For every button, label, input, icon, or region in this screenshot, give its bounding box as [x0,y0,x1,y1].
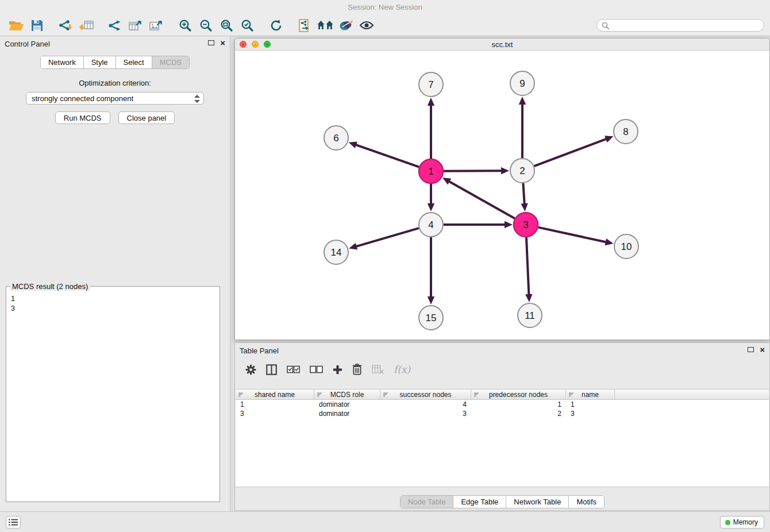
edge-3-1[interactable] [442,178,515,218]
control-panel-tabs: NetworkStyleSelectMCDS [40,56,190,69]
edge-2-8[interactable] [534,136,614,166]
column-header-successor-nodes[interactable]: successor nodes [380,390,471,400]
node-9[interactable]: 9 [510,71,534,95]
table-settings-button[interactable] [245,364,256,375]
show-columns-button[interactable] [266,364,277,375]
node-14[interactable]: 14 [324,240,348,264]
search-field[interactable] [596,19,764,32]
main-toolbar [0,15,770,36]
edge-4-14[interactable] [349,228,419,249]
edge-4-15[interactable] [428,237,434,304]
open-folder-button[interactable] [6,17,26,34]
column-header-mcds-role[interactable]: MCDS role [314,390,380,400]
minimize-window-icon[interactable]: − [252,41,259,48]
edge-4-3[interactable] [444,221,513,228]
apply-layout-icon [299,19,311,32]
node-6[interactable]: 6 [324,126,348,150]
function-builder-button[interactable]: f(x) [394,364,410,375]
node-10[interactable]: 10 [614,234,638,259]
column-header-shared-name[interactable]: shared name [236,390,314,400]
node-3[interactable]: 3 [514,213,538,237]
share-network-button[interactable] [105,17,125,34]
table-row[interactable]: 1dominator411 [236,400,769,409]
float-panel-icon[interactable] [208,40,214,45]
tab-mcds[interactable]: MCDS [152,56,189,68]
column-header-name[interactable]: name [566,390,615,400]
criterion-dropdown-value: strongly connected component [32,94,133,103]
tab-network[interactable]: Network [41,56,83,68]
edge-1-4[interactable] [428,184,434,211]
node-11[interactable]: 11 [518,303,542,327]
export-image-button[interactable] [146,17,167,34]
close-panel-icon[interactable]: × [220,40,225,46]
edge-3-11[interactable] [525,237,532,302]
edge-1-7[interactable] [428,98,434,159]
close-window-icon[interactable]: × [240,41,247,48]
share-network-icon [108,20,122,32]
column-header-label: successor nodes [399,391,451,399]
zoom-in-button[interactable] [175,17,195,34]
apply-layout-button[interactable] [294,17,315,34]
select-all-button[interactable] [287,365,300,373]
style-paint-button[interactable] [336,17,356,34]
delete-table-button[interactable] [372,365,384,374]
maximize-window-icon[interactable]: + [264,41,271,48]
node-4[interactable]: 4 [419,213,443,237]
control-panel-title: Control Panel [5,40,50,48]
network-window-title: scc.txt [492,40,513,49]
deselect-all-icon [310,365,323,373]
delete-column-button[interactable] [352,364,362,375]
tab-style[interactable]: Style [83,56,116,68]
zoom-selected-button[interactable] [237,17,257,34]
network-canvas[interactable]: 7968124314101511 [235,51,769,340]
edge-2-3[interactable] [521,183,528,211]
import-table-icon [79,20,94,32]
application-window: Session: New Session [0,0,770,532]
network-window-titlebar[interactable]: × − + scc.txt [235,38,769,51]
close-panel-button[interactable]: Close panel [118,111,175,124]
refresh-button[interactable] [265,17,286,34]
first-neighbors-button[interactable] [315,17,336,34]
save-session-button[interactable] [26,17,47,34]
node-15[interactable]: 15 [419,306,443,330]
node-label: 14 [331,247,342,258]
add-column-button[interactable] [333,365,342,375]
close-table-panel-icon[interactable]: × [760,346,765,353]
tab-node-table[interactable]: Node Table [401,496,453,508]
window-title: Session: New Session [348,3,422,11]
node-8[interactable]: 8 [614,119,638,144]
node-2[interactable]: 2 [510,159,534,183]
edge-3-10[interactable] [538,228,613,246]
table-panel-header: Table Panel × [235,343,769,358]
zoom-out-button[interactable] [195,17,216,34]
memory-button[interactable]: Memory [720,516,764,529]
status-menu-button[interactable] [6,516,21,529]
zoom-fit-button[interactable] [216,17,237,34]
show-details-button[interactable] [356,17,377,34]
edge-1-6[interactable] [349,141,419,167]
export-table-button[interactable] [125,17,146,34]
edge-1-2[interactable] [444,167,509,174]
float-table-panel-icon[interactable] [748,347,754,352]
column-header-predecessor-nodes[interactable]: predecessor nodes [471,390,566,400]
node-label: 7 [428,79,433,90]
tab-select[interactable]: Select [116,56,152,68]
mcds-result-list[interactable]: 13 [6,291,220,317]
search-input[interactable] [612,21,759,30]
import-network-button[interactable] [55,17,76,34]
edge-2-9[interactable] [519,97,526,158]
import-table-button[interactable] [76,17,97,34]
column-menu-icon [568,392,574,398]
columns-icon [266,364,277,375]
node-1[interactable]: 1 [419,159,443,183]
table-row[interactable]: 3dominator323 [236,409,769,418]
delete-table-icon [372,365,384,374]
criterion-dropdown[interactable]: strongly connected component [26,92,204,105]
deselect-all-button[interactable] [310,365,323,373]
tab-edge-table[interactable]: Edge Table [453,496,506,508]
tab-motifs[interactable]: Motifs [568,496,604,508]
tab-network-table[interactable]: Network Table [506,496,568,508]
run-mcds-button[interactable]: Run MCDS [55,111,110,124]
node-7[interactable]: 7 [419,72,443,97]
cell-name: 1 [566,400,615,408]
